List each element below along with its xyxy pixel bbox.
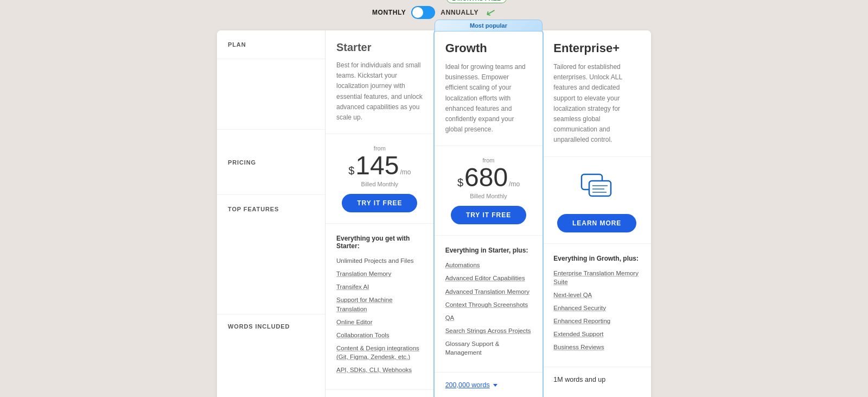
top-features-label: TOP FEATURES: [228, 206, 279, 212]
chat-icon-container: [580, 173, 613, 203]
enterprise-pricing: LEARN MORE: [542, 157, 651, 244]
growth-dollar: $: [457, 177, 463, 189]
monthly-label: MONTHLY: [372, 9, 406, 16]
starter-plan-name: Starter: [336, 41, 423, 54]
pricing-table: PLAN PRICING TOP FEATURES WORDS INCLUDED…: [217, 30, 651, 397]
growth-billed: Billed Monthly: [470, 193, 507, 199]
starter-per: /mo: [400, 168, 411, 176]
growth-words: 200,000 words: [435, 373, 543, 397]
starter-words: 50,000 words: [326, 390, 434, 397]
annually-label: ANNUALLY: [441, 9, 478, 16]
enterprise-feature-6[interactable]: Business Reviews: [553, 343, 640, 351]
starter-price-display: $ 145 /mo: [348, 153, 411, 179]
billing-toggle-container: MONTHLY ANNUALLY 2 MONTHS FREE ↙: [372, 5, 496, 20]
enterprise-plan-column: Enterprise+ Tailored for established ent…: [542, 30, 651, 397]
enterprise-words: 1M words and up: [542, 367, 651, 392]
growth-header: Growth Ideal for growing teams and busin…: [435, 30, 543, 146]
starter-feature-4[interactable]: Support for Machine Translation: [336, 295, 423, 313]
starter-features: Everything you get with Starter: Unlimit…: [326, 224, 434, 390]
starter-feature-3[interactable]: Transifex AI: [336, 282, 423, 291]
plan-label: PLAN: [217, 30, 325, 59]
pricing-label: PRICING: [228, 159, 256, 166]
enterprise-plan-name: Enterprise+: [553, 41, 640, 55]
starter-pricing: from $ 145 /mo Billed Monthly TRY IT FRE…: [326, 134, 434, 224]
growth-features: Everything in Starter, plus: Automations…: [435, 236, 543, 373]
growth-description: Ideal for growing teams and businesses. …: [445, 62, 532, 135]
enterprise-feature-4[interactable]: Enhanced Reporting: [553, 317, 640, 325]
growth-words-dropdown[interactable]: 200,000 words: [445, 381, 497, 389]
starter-feature-5[interactable]: Online Editor: [336, 318, 423, 326]
growth-price-display: $ 680 /mo: [457, 165, 520, 191]
growth-feature-1[interactable]: Automations: [445, 261, 532, 269]
enterprise-cta-button[interactable]: LEARN MORE: [557, 214, 636, 232]
starter-feature-8[interactable]: API, SDKs, CLI, Webhooks: [336, 366, 423, 374]
starter-features-header: Everything you get with Starter:: [336, 235, 423, 250]
starter-plan-column: Starter Best for individuals and small t…: [326, 30, 435, 397]
enterprise-feature-2[interactable]: Next-level QA: [553, 291, 640, 299]
enterprise-words-value: 1M words and up: [553, 376, 605, 383]
growth-words-value: 200,000 words: [445, 381, 490, 389]
growth-feature-3[interactable]: Advanced Translation Memory: [445, 287, 532, 296]
enterprise-feature-5[interactable]: Extended Support: [553, 330, 640, 338]
growth-feature-2[interactable]: Advanced Editor Capabilities: [445, 274, 532, 282]
growth-cta-button[interactable]: TRY IT FREE: [451, 206, 526, 224]
growth-words-chevron: [493, 384, 497, 387]
starter-feature-7[interactable]: Content & Design integrations (Git, Figm…: [336, 344, 423, 361]
enterprise-feature-3[interactable]: Enhanced Security: [553, 304, 640, 312]
starter-feature-1: Unlimited Projects and Files: [336, 256, 423, 265]
labels-column: PLAN PRICING TOP FEATURES WORDS INCLUDED: [217, 30, 326, 397]
enterprise-description: Tailored for established enterprises. Un…: [553, 62, 640, 146]
months-free-badge: 2 MONTHS FREE: [446, 0, 507, 3]
words-included-label: WORDS INCLUDED: [228, 323, 290, 330]
starter-billed: Billed Monthly: [361, 181, 398, 187]
starter-description: Best for individuals and small teams. Ki…: [336, 60, 423, 123]
growth-price-amount: 680: [464, 165, 508, 191]
enterprise-features: Everything in Growth, plus: Enterprise T…: [542, 244, 651, 368]
starter-header: Starter Best for individuals and small t…: [326, 30, 434, 134]
billing-toggle[interactable]: [411, 6, 435, 19]
enterprise-feature-1[interactable]: Enterprise Translation Memory Suite: [553, 269, 640, 286]
growth-feature-5[interactable]: QA: [445, 313, 532, 322]
starter-feature-2[interactable]: Translation Memory: [336, 269, 423, 278]
chat-icon: [580, 173, 613, 203]
toggle-knob: [412, 7, 423, 18]
growth-feature-4[interactable]: Context Through Screenshots: [445, 300, 532, 309]
growth-per: /mo: [509, 180, 520, 188]
starter-price-amount: 145: [355, 153, 399, 179]
growth-feature-7: Glossary Support & Management: [445, 339, 532, 357]
growth-pricing: from $ 680 /mo Billed Monthly TRY IT FRE…: [435, 146, 543, 236]
starter-dollar: $: [348, 165, 354, 177]
most-popular-badge: Most popular: [435, 20, 543, 31]
growth-plan-column: Most popular Growth Ideal for growing te…: [433, 29, 544, 397]
growth-feature-6[interactable]: Search Strings Across Projects: [445, 326, 532, 335]
growth-plan-name: Growth: [445, 41, 532, 55]
growth-features-header: Everything in Starter, plus:: [445, 247, 532, 254]
pricing-label-cell: PRICING: [217, 130, 325, 195]
starter-feature-6[interactable]: Collaboration Tools: [336, 331, 423, 339]
enterprise-header: Enterprise+ Tailored for established ent…: [542, 30, 651, 157]
words-included-label-cell: WORDS INCLUDED: [217, 314, 325, 338]
enterprise-features-header: Everything in Growth, plus:: [553, 255, 640, 262]
svg-rect-1: [589, 181, 611, 196]
starter-cta-button[interactable]: TRY IT FREE: [342, 194, 417, 212]
